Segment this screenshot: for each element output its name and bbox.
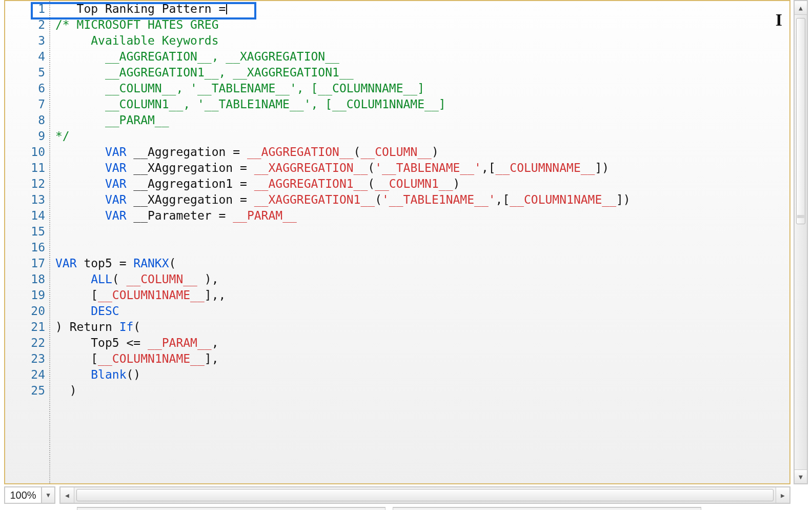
line-number: 19: [5, 287, 49, 303]
line-number: 13: [5, 192, 49, 208]
code-line[interactable]: ): [55, 383, 786, 399]
caret: [226, 3, 227, 14]
code-line[interactable]: VAR __XAggregation = __XAGGREGATION1__('…: [55, 192, 786, 208]
code-line[interactable]: VAR top5 = RANKX(: [55, 256, 786, 271]
line-number: 18: [5, 271, 49, 287]
code-line[interactable]: __COLUMN1__, '__TABLE1NAME__', [__COLUM1…: [55, 96, 786, 112]
scroll-right-button[interactable]: ▶: [776, 487, 789, 503]
horizontal-scrollbar[interactable]: ◀ ▶: [59, 486, 790, 504]
zoom-level[interactable]: 100%: [4, 486, 42, 504]
line-number: 7: [5, 96, 49, 112]
dax-editor: 1234567891011121314151617181920212223242…: [0, 0, 812, 510]
line-number: 21: [5, 319, 49, 335]
line-number: 24: [5, 367, 49, 383]
line-number: 4: [5, 49, 49, 65]
scroll-marker: [797, 215, 804, 218]
line-number: 1: [5, 1, 49, 17]
bottom-tab-placeholder[interactable]: [77, 507, 385, 510]
line-number: 20: [5, 303, 49, 319]
code-line[interactable]: */: [55, 128, 786, 144]
code-line[interactable]: VAR __XAggregation = __XAGGREGATION__('_…: [55, 160, 786, 176]
horizontal-scroll-track[interactable]: [74, 487, 776, 503]
code-editor-viewport[interactable]: 1234567891011121314151617181920212223242…: [4, 0, 790, 484]
line-number: 25: [5, 383, 49, 399]
horizontal-scroll-thumb[interactable]: [76, 489, 774, 501]
vertical-scroll-thumb[interactable]: [796, 18, 805, 224]
editor-footer: 100% ▼ ◀ ▶: [4, 486, 790, 504]
scroll-down-button[interactable]: ▼: [795, 469, 807, 483]
code-line[interactable]: /* MICROSOFT HATES GREG: [55, 17, 786, 33]
code-line[interactable]: VAR __Parameter = __PARAM__: [55, 208, 786, 224]
line-number: 14: [5, 208, 49, 224]
line-number: 3: [5, 33, 49, 49]
text-cursor-icon: I: [776, 10, 782, 30]
code-line[interactable]: DESC: [55, 303, 786, 319]
line-number: 9: [5, 128, 49, 144]
code-content[interactable]: Top Ranking Pattern =/* MICROSOFT HATES …: [55, 1, 786, 483]
line-number: 5: [5, 65, 49, 81]
line-number: 23: [5, 351, 49, 367]
line-number: 2: [5, 17, 49, 33]
zoom-dropdown-button[interactable]: ▼: [42, 486, 55, 504]
code-line[interactable]: [55, 224, 786, 240]
line-number: 16: [5, 240, 49, 256]
bottom-empty-tabs: [77, 507, 781, 510]
line-number: 22: [5, 335, 49, 351]
code-line[interactable]: Top Ranking Pattern =: [55, 1, 786, 17]
code-line[interactable]: __COLUMN__, '__TABLENAME__', [__COLUMNNA…: [55, 81, 786, 96]
line-number: 12: [5, 176, 49, 192]
line-number: 6: [5, 81, 49, 96]
vertical-scrollbar[interactable]: ▲ ▼: [794, 0, 808, 484]
bottom-tab-placeholder[interactable]: [393, 507, 701, 510]
code-line[interactable]: ALL( __COLUMN__ ),: [55, 271, 786, 287]
scroll-up-button[interactable]: ▲: [795, 1, 807, 15]
code-line[interactable]: [__COLUMN1NAME__],,: [55, 287, 786, 303]
code-line[interactable]: [55, 240, 786, 256]
line-number: 17: [5, 256, 49, 271]
line-number: 10: [5, 144, 49, 160]
code-line[interactable]: Available Keywords: [55, 33, 786, 49]
code-line[interactable]: __PARAM__: [55, 112, 786, 128]
code-line[interactable]: ) Return If(: [55, 319, 786, 335]
code-line[interactable]: VAR __Aggregation = __AGGREGATION__(__CO…: [55, 144, 786, 160]
code-line[interactable]: Top5 <= __PARAM__,: [55, 335, 786, 351]
code-line[interactable]: [__COLUMN1NAME__],: [55, 351, 786, 367]
line-number: 11: [5, 160, 49, 176]
code-line[interactable]: __AGGREGATION1__, __XAGGREGATION1__: [55, 65, 786, 81]
scroll-left-button[interactable]: ◀: [60, 487, 74, 503]
line-number: 15: [5, 224, 49, 240]
code-line[interactable]: VAR __Aggregation1 = __AGGREGATION1__(__…: [55, 176, 786, 192]
line-number-gutter: 1234567891011121314151617181920212223242…: [5, 1, 50, 483]
line-number: 8: [5, 112, 49, 128]
code-line[interactable]: __AGGREGATION__, __XAGGREGATION__: [55, 49, 786, 65]
code-line[interactable]: Blank(): [55, 367, 786, 383]
vertical-scroll-track[interactable]: [795, 15, 807, 469]
